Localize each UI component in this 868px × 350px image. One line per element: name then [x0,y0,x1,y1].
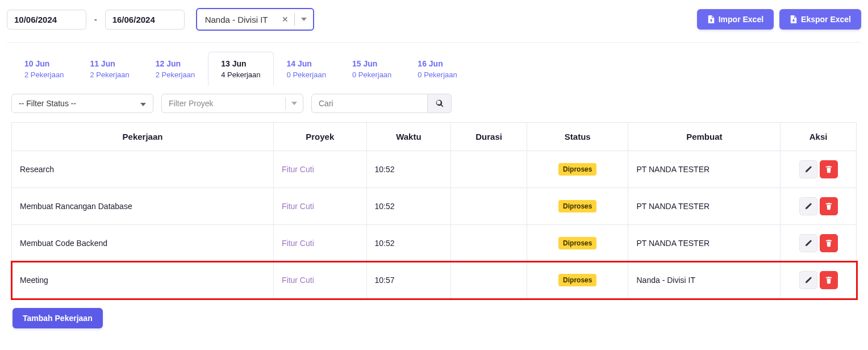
th-proyek: Proyek [273,123,366,151]
date-tabs: 10 Jun2 Pekerjaan11 Jun2 Pekerjaan12 Jun… [7,52,861,86]
cell-pembuat: PT NANDA TESTER [628,225,781,262]
cell-aksi [781,262,857,299]
table-row: MeetingFitur Cuti10:57DiprosesNanda - Di… [12,262,857,299]
import-excel-button[interactable]: Impor Excel [697,9,774,30]
tab-12-jun[interactable]: 12 Jun2 Pekerjaan [143,52,208,86]
status-badge: Diproses [558,200,596,213]
search-input[interactable] [311,94,428,113]
th-waktu: Waktu [366,123,451,151]
person-select-value: Nanda - Divisi IT [197,15,276,24]
cell-durasi [451,188,527,225]
date-range-separator: - [94,15,97,24]
tab-date: 10 Jun [24,59,64,68]
project-link[interactable]: Fitur Cuti [282,202,314,211]
tab-date: 13 Jun [221,59,260,68]
search-icon [436,99,444,107]
cell-durasi [451,151,527,188]
tab-date: 15 Jun [352,59,391,68]
cell-waktu: 10:52 [366,188,451,225]
filter-status-select[interactable]: -- Filter Status -- [11,94,153,113]
tab-11-jun[interactable]: 11 Jun2 Pekerjaan [77,52,142,86]
edit-button[interactable] [799,160,817,178]
cell-waktu: 10:52 [366,151,451,188]
table-row: ResearchFitur Cuti10:52DiprosesPT NANDA … [12,151,857,188]
chevron-down-icon [140,99,146,108]
status-badge: Diproses [558,237,596,249]
project-link[interactable]: Fitur Cuti [282,276,314,285]
person-select[interactable]: Nanda - Divisi IT ✕ [196,8,314,31]
cell-aksi [781,151,857,188]
th-pekerjaan: Pekerjaan [12,123,274,151]
file-export-icon [790,15,798,23]
date-start-input[interactable] [7,10,86,30]
tab-count: 4 Pekerjaan [221,70,260,79]
tab-count: 2 Pekerjaan [156,70,195,79]
person-clear-icon[interactable]: ✕ [276,9,294,30]
tab-date: 16 Jun [418,59,457,68]
filter-project-select[interactable]: Filter Proyek [161,94,303,113]
cell-pembuat: Nanda - Divisi IT [628,262,781,299]
tab-count: 0 Pekerjaan [418,70,457,79]
status-badge: Diproses [558,274,596,286]
tab-count: 0 Pekerjaan [287,70,326,79]
tab-count: 2 Pekerjaan [24,70,64,79]
cell-pekerjaan: Membuat Rancangan Database [12,188,274,225]
tab-16-jun[interactable]: 16 Jun0 Pekerjaan [404,52,470,86]
cell-pembuat: PT NANDA TESTER [628,188,781,225]
file-import-icon [707,15,715,23]
th-aksi: Aksi [781,123,857,151]
th-pembuat: Pembuat [628,123,781,151]
delete-button[interactable] [820,234,838,252]
project-link[interactable]: Fitur Cuti [282,239,314,248]
edit-button[interactable] [799,234,817,252]
cell-status: Diproses [527,262,628,299]
tab-10-jun[interactable]: 10 Jun2 Pekerjaan [11,52,77,86]
delete-button[interactable] [820,271,838,289]
chevron-down-icon [285,97,303,110]
cell-pembuat: PT NANDA TESTER [628,151,781,188]
status-badge: Diproses [558,163,596,176]
th-durasi: Durasi [451,123,527,151]
cell-durasi [451,225,527,262]
cell-waktu: 10:52 [366,225,451,262]
edit-button[interactable] [799,197,817,215]
cell-pekerjaan: Meeting [12,262,274,299]
tab-date: 12 Jun [156,59,195,68]
jobs-table: Pekerjaan Proyek Waktu Durasi Status Pem… [11,122,857,299]
cell-status: Diproses [527,188,628,225]
cell-waktu: 10:57 [366,262,451,299]
cell-pekerjaan: Membuat Code Backend [12,225,274,262]
table-row: Membuat Code BackendFitur Cuti10:52Dipro… [12,225,857,262]
tab-date: 11 Jun [90,59,129,68]
export-excel-button[interactable]: Ekspor Excel [779,9,861,30]
cell-status: Diproses [527,225,628,262]
cell-pekerjaan: Research [12,151,274,188]
tab-count: 0 Pekerjaan [352,70,391,79]
cell-aksi [781,225,857,262]
cell-proyek: Fitur Cuti [273,188,366,225]
cell-proyek: Fitur Cuti [273,151,366,188]
chevron-down-icon[interactable] [295,9,313,30]
date-end-input[interactable] [105,10,185,30]
add-job-button[interactable]: Tambah Pekerjaan [12,308,103,328]
delete-button[interactable] [820,160,838,178]
cell-proyek: Fitur Cuti [273,225,366,262]
tab-date: 14 Jun [287,59,326,68]
cell-durasi [451,262,527,299]
cell-aksi [781,188,857,225]
cell-proyek: Fitur Cuti [273,262,366,299]
search-button[interactable] [428,94,452,113]
tab-15-jun[interactable]: 15 Jun0 Pekerjaan [339,52,404,86]
tab-13-jun[interactable]: 13 Jun4 Pekerjaan [208,52,273,86]
table-row: Membuat Rancangan DatabaseFitur Cuti10:5… [12,188,857,225]
cell-status: Diproses [527,151,628,188]
project-link[interactable]: Fitur Cuti [282,165,314,174]
edit-button[interactable] [799,271,817,289]
tab-count: 2 Pekerjaan [90,70,129,79]
tab-14-jun[interactable]: 14 Jun0 Pekerjaan [274,52,339,86]
th-status: Status [527,123,628,151]
delete-button[interactable] [820,197,838,215]
